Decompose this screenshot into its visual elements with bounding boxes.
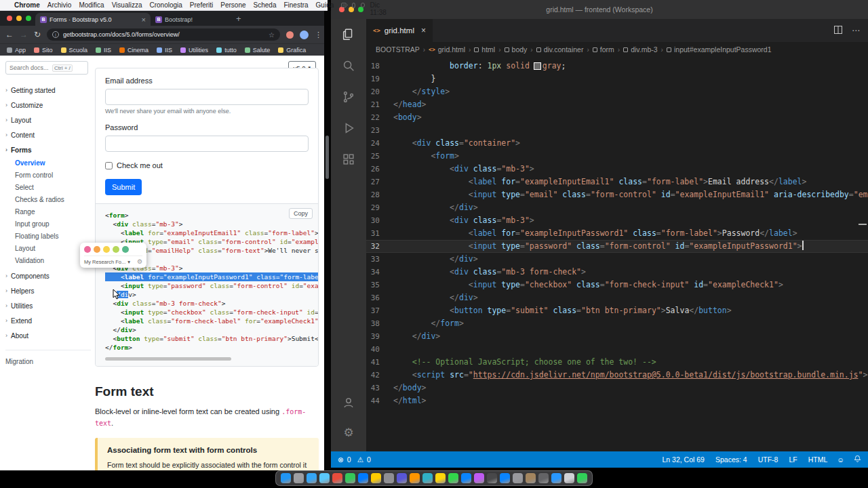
sidebar-item-getting-started[interactable]: ›Getting started (5, 83, 91, 98)
breadcrumb-item[interactable]: form (593, 45, 614, 54)
window-close-button[interactable] (7, 16, 12, 21)
explorer-icon[interactable] (331, 19, 366, 50)
page-scrollbar-thumb[interactable] (326, 136, 329, 179)
email-input[interactable] (105, 89, 309, 105)
notifications-bell-icon[interactable] (854, 455, 861, 464)
sidebar-item-helpers[interactable]: ›Helpers (5, 283, 91, 298)
profile-avatar[interactable] (300, 30, 309, 39)
sidebar-item-checks-radios[interactable]: Checks & radios (15, 194, 91, 206)
copy-button[interactable]: Copy (289, 208, 313, 219)
status-item[interactable]: Spaces: 4 (715, 455, 747, 464)
status-item[interactable]: LF (789, 455, 797, 464)
dock-icon[interactable] (345, 473, 355, 483)
dock-icon[interactable] (319, 473, 330, 483)
bookmark-item[interactable]: App (7, 47, 26, 54)
breadcrumb-item[interactable]: input#exampleInputPassword1 (667, 45, 772, 54)
dock-icon[interactable] (422, 473, 433, 483)
menu-item[interactable]: Visualizza (112, 1, 142, 9)
menu-item[interactable]: Archivio (47, 1, 72, 9)
dock-icon[interactable] (577, 473, 587, 483)
feedback-icon[interactable]: ☺ (837, 455, 844, 464)
popup-settings-icon[interactable]: ⚙ (137, 258, 142, 265)
site-info-icon[interactable]: i (52, 31, 59, 38)
sidebar-item-layout[interactable]: ›Layout (5, 113, 91, 127)
status-item[interactable]: UTF-8 (758, 455, 778, 464)
browser-tab[interactable]: BForms · Bootstrap v5.0× (35, 13, 151, 26)
popup-label[interactable]: My Research Fo... (84, 259, 125, 265)
bookmark-item[interactable]: Utilities (180, 47, 208, 54)
breadcrumb-item[interactable]: html (474, 45, 495, 54)
tab-close-icon[interactable]: × (142, 16, 146, 24)
dock-icon[interactable] (410, 473, 420, 483)
dock-icon[interactable] (538, 473, 549, 483)
extension-icon[interactable] (286, 31, 294, 39)
sidebar-item-customize[interactable]: ›Customize (5, 98, 91, 113)
sidebar-item-migration[interactable]: Migration (5, 356, 91, 368)
horizontal-scrollbar-thumb[interactable] (105, 357, 231, 361)
highlight-color-icon[interactable] (103, 246, 110, 253)
browser-tab[interactable]: BBootstrap! (151, 13, 231, 26)
window-minimize-button[interactable] (16, 16, 22, 21)
search-icon[interactable] (331, 50, 366, 81)
menu-item[interactable]: Finestra (283, 1, 308, 9)
docs-search[interactable]: Ctrl + / (5, 61, 88, 75)
menu-item[interactable]: Modifica (79, 1, 104, 9)
run-and-debug-icon[interactable] (331, 113, 366, 144)
window-zoom-button[interactable] (26, 16, 31, 21)
sidebar-item-components[interactable]: ›Components (5, 268, 91, 283)
window-divider[interactable] (324, 11, 331, 470)
bookmark-item[interactable]: Grafica (278, 47, 306, 54)
problems-indicator[interactable]: ⊗ 0 ⚠ 0 (338, 455, 371, 464)
dock-icon[interactable] (500, 473, 510, 483)
breadcrumb-item[interactable]: <>grid.html (429, 45, 465, 54)
dock-icon[interactable] (551, 473, 561, 483)
bookmark-item[interactable]: Salute (245, 47, 271, 54)
sidebar-item-range[interactable]: Range (15, 206, 91, 218)
status-item[interactable]: HTML (808, 455, 828, 464)
sidebar-item-about[interactable]: ›About (5, 328, 91, 343)
breadcrumb-item[interactable]: BOOTSTRAP (376, 45, 420, 54)
settings-gear-icon[interactable]: ⚙ (331, 418, 366, 447)
menu-item[interactable]: Guida (316, 1, 334, 9)
sidebar-item-forms[interactable]: › Forms (5, 142, 91, 157)
dock-icon[interactable] (564, 473, 574, 483)
sidebar-item-input-group[interactable]: Input group (15, 218, 91, 230)
sidebar-item-utilities[interactable]: ›Utilities (5, 298, 91, 313)
highlight-color-icon[interactable] (84, 246, 91, 253)
bookmark-item[interactable]: Sito (34, 47, 53, 54)
code-editor[interactable]: 18 border: 1px solid gray;19 }20 </style… (366, 57, 868, 451)
menu-item[interactable]: Scheda (254, 1, 277, 9)
dock-icon[interactable] (474, 473, 484, 483)
control-center-icon[interactable] (361, 3, 365, 7)
sidebar-item-floating-labels[interactable]: Floating labels (15, 230, 91, 243)
new-tab-button[interactable]: + (236, 14, 241, 24)
tab-close-icon[interactable]: × (421, 26, 426, 35)
dock-icon[interactable] (294, 473, 304, 483)
dock-icon[interactable] (448, 473, 458, 483)
more-actions-icon[interactable]: ⋯ (852, 26, 860, 35)
menu-item[interactable]: Cronologia (149, 1, 182, 9)
password-input[interactable] (105, 136, 309, 152)
breadcrumb-item[interactable]: body (505, 45, 528, 54)
dock-icon[interactable] (332, 473, 342, 483)
dock-icon[interactable] (397, 473, 407, 483)
search-input[interactable] (9, 64, 50, 71)
sidebar-item-extend[interactable]: ›Extend (5, 313, 91, 328)
highlight-color-icon[interactable] (94, 246, 100, 253)
account-icon[interactable] (331, 388, 366, 418)
forward-button[interactable]: → (20, 30, 28, 39)
bookmark-item[interactable]: tutto (216, 47, 237, 54)
extensions-icon[interactable] (331, 144, 366, 175)
check-me-out-checkbox[interactable] (105, 162, 113, 169)
address-bar[interactable]: i getbootstrap.com/docs/5.0/forms/overvi… (47, 28, 280, 41)
dock-icon[interactable] (371, 473, 381, 483)
bookmark-item[interactable]: Cinema (119, 47, 149, 54)
sidebar-item-form-control[interactable]: Form control (15, 169, 91, 182)
sidebar-item-content[interactable]: ›Content (5, 127, 91, 142)
back-button[interactable]: ← (5, 30, 14, 39)
menu-item[interactable]: Persone (220, 1, 245, 9)
sidebar-item-select[interactable]: Select (15, 182, 91, 194)
split-editor-icon[interactable] (834, 26, 842, 36)
menu-item[interactable]: Chrome (14, 1, 40, 9)
dock-icon[interactable] (307, 473, 317, 483)
